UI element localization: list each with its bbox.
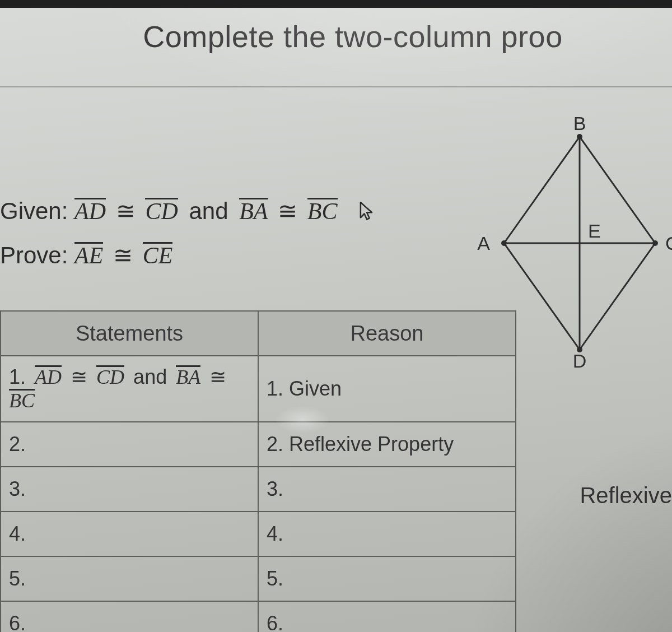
seg-AD: AD xyxy=(74,198,106,223)
given-line: Given: AD ≅ CD and BA ≅ BC xyxy=(0,193,338,229)
table-row[interactable]: 1. AD ≅ CD and BA ≅ BC 1. Given xyxy=(1,356,516,422)
worksheet-screen: Complete the two-column proo Given: AD ≅… xyxy=(0,0,672,632)
label-E: E xyxy=(588,220,601,241)
seg-BC: BC xyxy=(9,389,35,411)
reason-cell[interactable]: 5. xyxy=(258,556,516,601)
prove-label: Prove: xyxy=(0,242,68,268)
and-text: and xyxy=(130,365,170,388)
table-row[interactable]: 3. 3. xyxy=(1,467,516,512)
reason-cell[interactable]: 6. xyxy=(258,601,516,632)
reason-cell[interactable]: 4. xyxy=(258,512,516,556)
congruent-icon: ≅ xyxy=(113,198,139,224)
prove-line: Prove: AE ≅ CE xyxy=(0,237,338,273)
proof-table: Statements Reason 1. AD ≅ CD and BA ≅ BC… xyxy=(0,310,516,632)
divider xyxy=(0,86,672,87)
svg-point-2 xyxy=(501,240,507,246)
seg-BC: BC xyxy=(307,198,338,223)
statement-cell[interactable]: 6. xyxy=(1,601,258,632)
row-num: 1. xyxy=(9,365,26,388)
seg-CD: CD xyxy=(145,198,178,223)
label-A: A xyxy=(477,233,490,254)
congruent-icon: ≅ xyxy=(274,198,301,224)
statement-cell[interactable]: 3. xyxy=(1,467,258,512)
seg-AD: AD xyxy=(35,365,62,387)
table-row[interactable]: 6. 6. xyxy=(1,601,516,632)
congruent-icon: ≅ xyxy=(110,242,136,268)
given-label: Given: xyxy=(0,198,68,224)
reason-cell[interactable]: 2. Reflexive Property xyxy=(258,422,516,467)
table-header-row: Statements Reason xyxy=(1,311,516,356)
seg-CE: CE xyxy=(143,242,173,267)
statement-cell[interactable]: 1. AD ≅ CD and BA ≅ BC xyxy=(1,356,258,422)
congruent-icon: ≅ xyxy=(206,365,230,388)
table-row[interactable]: 2. 2. Reflexive Property xyxy=(1,422,516,467)
header-reason: Reason xyxy=(258,311,516,356)
cursor-icon xyxy=(358,201,374,221)
svg-point-3 xyxy=(577,134,582,140)
svg-point-4 xyxy=(652,240,658,246)
seg-BA: BA xyxy=(176,365,200,387)
header-statements: Statements xyxy=(1,311,258,356)
congruent-icon: ≅ xyxy=(67,365,91,388)
label-B: B xyxy=(573,113,586,134)
statement-cell[interactable]: 2. xyxy=(1,422,258,467)
statement-cell[interactable]: 4. xyxy=(1,512,258,556)
page-title: Complete the two-column proo xyxy=(109,19,562,54)
seg-CD: CD xyxy=(96,365,124,387)
given-prove-block: Given: AD ≅ CD and BA ≅ BC Prove: AE ≅ C… xyxy=(0,193,338,273)
table-row[interactable]: 5. 5. xyxy=(1,556,516,601)
and-text: and xyxy=(184,198,232,224)
side-label-reflexive: Reflexive xyxy=(580,483,672,508)
seg-AE: AE xyxy=(74,242,103,267)
reason-cell[interactable]: 3. xyxy=(258,467,516,512)
label-D: D xyxy=(573,350,587,371)
seg-BA: BA xyxy=(239,198,268,223)
statement-cell[interactable]: 5. xyxy=(1,556,258,601)
title-wrap: Complete the two-column proo xyxy=(0,19,672,54)
table-row[interactable]: 4. 4. xyxy=(1,512,516,556)
reason-cell[interactable]: 1. Given xyxy=(258,356,516,422)
label-C: C xyxy=(665,233,672,254)
